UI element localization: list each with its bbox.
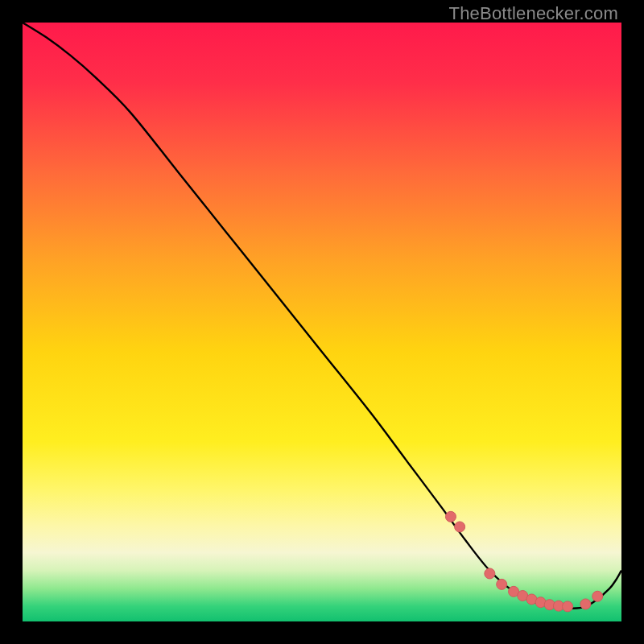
marker-dot (485, 568, 495, 579)
marker-dot (563, 601, 573, 612)
chart-frame (23, 23, 621, 621)
marker-dot (445, 511, 456, 522)
gradient-background (23, 23, 621, 621)
marker-dot (497, 579, 507, 589)
marker-dot (592, 591, 603, 601)
marker-dot (455, 522, 465, 532)
bottleneck-chart (23, 23, 621, 621)
marker-dot (580, 599, 591, 609)
attribution-label: TheBottlenecker.com (449, 3, 618, 24)
